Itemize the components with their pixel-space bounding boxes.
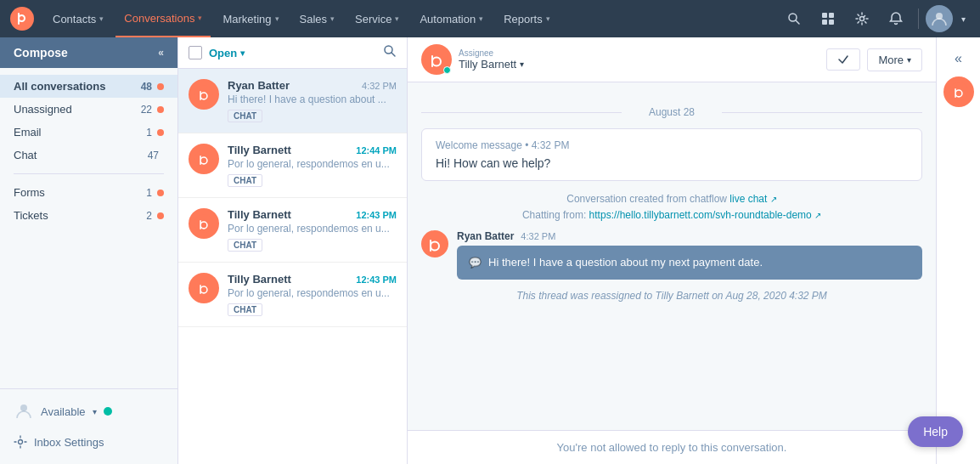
compose-collapse-icon: « [158, 47, 164, 59]
message-meta: Ryan Batter 4:32 PM [457, 230, 922, 242]
unassigned-dot [157, 106, 164, 113]
reply-notice: You're not allowed to reply to this conv… [408, 430, 936, 464]
svg-rect-5 [822, 20, 827, 25]
external-link-icon2: ↗ [814, 211, 821, 220]
live-chat-link[interactable]: live chat [729, 193, 767, 205]
help-button[interactable]: Help [908, 416, 963, 447]
nav-marketing[interactable]: Marketing ▾ [214, 0, 287, 37]
conv-content: Tilly Barnett 12:43 PM Por lo general, r… [228, 273, 397, 316]
gear-icon [14, 435, 27, 449]
all-conv-dot [157, 83, 164, 90]
sales-chevron-icon: ▾ [330, 14, 335, 23]
svg-point-16 [194, 279, 213, 297]
welcome-message-bubble: Welcome message • 4:32 PM Hi! How can we… [421, 128, 922, 181]
reports-chevron-icon: ▾ [546, 14, 550, 23]
user-avatar[interactable] [926, 5, 953, 32]
conversation-items: Ryan Batter 4:32 PM Hi there! I have a q… [178, 69, 407, 464]
assignee-name-button[interactable]: Tilly Barnett ▾ [459, 58, 524, 71]
conv-content: Tilly Barnett 12:43 PM Por lo general, r… [228, 208, 397, 252]
forms-dot [157, 190, 164, 196]
sidebar-item-unassigned[interactable]: Unassigned 22 [0, 98, 177, 121]
settings-icon[interactable] [847, 3, 877, 34]
notifications-icon[interactable] [881, 3, 911, 34]
conversation-item[interactable]: Tilly Barnett 12:43 PM Por lo general, r… [178, 198, 407, 263]
more-chevron-icon: ▾ [907, 55, 911, 65]
select-all-checkbox[interactable] [189, 46, 202, 59]
conv-content: Tilly Barnett 12:44 PM Por lo general, r… [228, 144, 397, 187]
nav-service[interactable]: Service ▾ [346, 0, 408, 37]
svg-point-10 [19, 440, 23, 444]
sidebar-navigation: All conversations 48 Unassigned 22 Email… [0, 68, 177, 388]
conversation-search-button[interactable] [383, 44, 397, 61]
search-button[interactable] [779, 3, 809, 34]
open-filter-button[interactable]: Open ▾ [209, 47, 245, 59]
conv-avatar [189, 208, 219, 239]
nav-automation[interactable]: Automation ▾ [411, 0, 492, 37]
system-info: Conversation created from chatflow live … [421, 191, 922, 224]
svg-point-9 [20, 405, 27, 411]
sidebar-item-tickets[interactable]: Tickets 2 [0, 204, 177, 227]
svg-rect-6 [829, 20, 834, 25]
conv-avatar [189, 273, 219, 303]
sidebar-divider [14, 173, 164, 174]
external-link-icon: ↗ [770, 195, 777, 204]
svg-point-19 [949, 82, 968, 101]
more-button[interactable]: More ▾ [867, 48, 922, 71]
conversation-item[interactable]: Tilly Barnett 12:43 PM Por lo general, r… [178, 263, 407, 327]
contacts-chevron-icon: ▾ [99, 14, 104, 23]
message-avatar [421, 230, 448, 257]
hubspot-logo[interactable] [10, 7, 34, 31]
sidebar-bottom: Available ▾ Inbox Settings [0, 388, 177, 464]
svg-line-2 [796, 20, 799, 24]
app-layout: Compose « All conversations 48 Unassigne… [0, 0, 980, 464]
svg-point-0 [10, 7, 34, 31]
chat-header: Assignee Tilly Barnett ▾ More ▾ [408, 37, 936, 82]
svg-point-15 [194, 214, 213, 233]
inbox-settings-button[interactable]: Inbox Settings [14, 430, 164, 454]
email-dot [157, 129, 164, 136]
svg-rect-3 [822, 13, 827, 18]
svg-point-18 [423, 232, 447, 256]
top-navigation: Contacts ▾ Conversations ▾ Marketing ▾ S… [0, 0, 980, 37]
conversation-list: Open ▾ Ryan Batter 4:32 PM Hi there! [178, 37, 408, 464]
conversation-item[interactable]: Ryan Batter 4:32 PM Hi there! I have a q… [178, 69, 407, 133]
right-collapse-button[interactable]: « [951, 48, 966, 70]
reassigned-notice: This thread was reassigned to Tilly Barn… [421, 290, 922, 302]
svg-point-13 [194, 85, 213, 104]
sidebar-item-forms[interactable]: Forms 1 [0, 181, 177, 204]
main-chat: Assignee Tilly Barnett ▾ More ▾ [408, 37, 936, 464]
available-dot [104, 407, 112, 416]
nav-reports[interactable]: Reports ▾ [495, 0, 559, 37]
available-chevron-icon: ▾ [93, 407, 97, 416]
sidebar-item-chat[interactable]: Chat 47 [0, 144, 177, 167]
assignee-chevron-icon: ▾ [520, 59, 524, 69]
person-icon [14, 401, 34, 422]
hubspot-actions-button[interactable] [943, 76, 974, 107]
online-status-dot [443, 66, 451, 74]
marketplace-icon[interactable] [813, 3, 843, 34]
assignee-section: Assignee Tilly Barnett ▾ [421, 44, 524, 75]
message-bubble: 💬 Hi there! I have a question about my n… [457, 246, 922, 280]
nav-sales[interactable]: Sales ▾ [291, 0, 344, 37]
compose-button[interactable]: Compose « [0, 37, 177, 68]
header-actions: More ▾ [826, 48, 922, 71]
nav-divider [918, 8, 919, 29]
conversation-item[interactable]: Tilly Barnett 12:44 PM Por lo general, r… [178, 133, 407, 198]
tickets-dot [157, 212, 164, 219]
available-status-button[interactable]: Available ▾ [14, 396, 164, 427]
conv-avatar [189, 79, 219, 110]
svg-point-14 [194, 150, 213, 168]
sidebar-item-all-conversations[interactable]: All conversations 48 [0, 75, 177, 98]
sidebar-item-email[interactable]: Email 1 [0, 121, 177, 144]
chat-messages: August 28 Welcome message • 4:32 PM Hi! … [408, 82, 936, 430]
right-sidebar: « [936, 37, 980, 464]
account-chevron-icon[interactable]: ▾ [956, 3, 970, 34]
nav-conversations[interactable]: Conversations ▾ [115, 0, 211, 37]
resolve-button[interactable] [826, 48, 860, 71]
service-chevron-icon: ▾ [395, 14, 399, 23]
chatting-from-url[interactable]: https://hello.tillybarnett.com/svh-round… [589, 209, 812, 221]
assignee-avatar-wrap [421, 44, 452, 75]
conversation-list-header: Open ▾ [178, 37, 407, 69]
chat-bubble-icon: 💬 [469, 255, 482, 270]
nav-contacts[interactable]: Contacts ▾ [44, 0, 112, 37]
